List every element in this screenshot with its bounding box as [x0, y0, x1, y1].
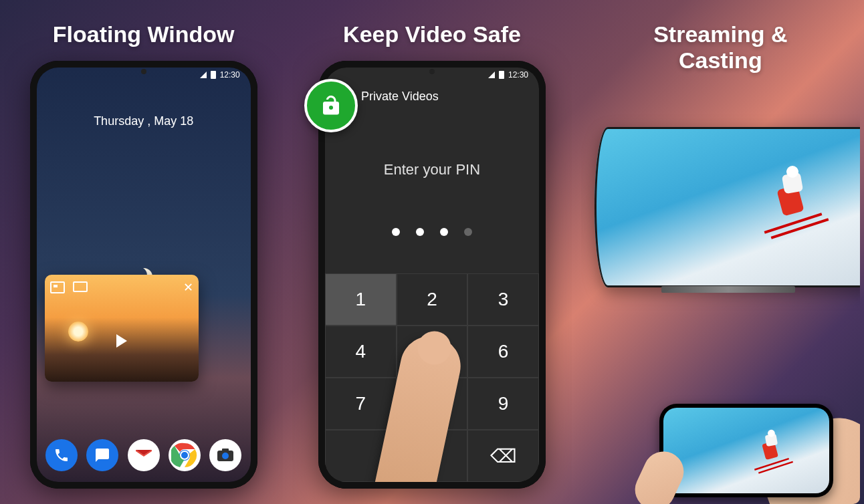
- phone-notch: [141, 69, 146, 74]
- keypad-key-9[interactable]: 9: [467, 378, 539, 430]
- status-bar: 12:30: [200, 70, 240, 80]
- phone-screen: 12:30 ← Private Videos Enter your PIN 1 …: [325, 68, 539, 482]
- fullscreen-icon[interactable]: [73, 281, 88, 292]
- phone-notch: [429, 69, 435, 74]
- panel-keep-video-safe: Keep Video Safe 12:30 ← Private Videos E…: [292, 0, 571, 504]
- keypad-key-backspace[interactable]: ⌫: [467, 430, 539, 482]
- keypad-key-4[interactable]: 4: [325, 326, 397, 378]
- svg-point-6: [222, 453, 229, 459]
- close-icon[interactable]: ✕: [183, 280, 193, 295]
- pin-dots: [325, 228, 539, 236]
- battery-icon: [211, 71, 216, 79]
- floating-window-toolbar: ✕: [50, 280, 193, 295]
- floating-video-window[interactable]: ✕: [45, 275, 199, 382]
- panel-floating-window: Floating Window 12:30 Thursday , May 18 …: [4, 0, 283, 504]
- chrome-app-icon[interactable]: [169, 439, 201, 471]
- cast-phone-screen: [663, 408, 829, 493]
- status-time: 12:30: [508, 70, 528, 80]
- svg-rect-7: [222, 449, 229, 451]
- gmail-app-icon[interactable]: [128, 439, 160, 471]
- signal-icon: [200, 72, 207, 78]
- play-icon[interactable]: [116, 334, 127, 348]
- home-dock: [37, 439, 251, 471]
- keypad-key-6[interactable]: 6: [467, 326, 539, 378]
- keypad-key-7[interactable]: 7: [325, 378, 397, 430]
- messages-app-icon[interactable]: [86, 439, 118, 471]
- tv-stand: [661, 286, 795, 293]
- pin-dot-empty: [464, 228, 472, 236]
- pip-icon[interactable]: [50, 281, 65, 293]
- hand-holding-phone: [653, 370, 860, 504]
- pin-dot-filled: [392, 228, 400, 236]
- pin-dot-filled: [440, 228, 448, 236]
- status-time: 12:30: [220, 70, 240, 80]
- pin-dot-filled: [416, 228, 424, 236]
- tv-graphic: [595, 127, 860, 287]
- private-header-title: Private Videos: [361, 90, 439, 104]
- keypad-key-2[interactable]: 2: [397, 273, 468, 326]
- cast-phone: [659, 404, 833, 497]
- panel-title: Streaming & Casting: [653, 21, 787, 74]
- unlock-badge-icon: [304, 79, 358, 132]
- sunset-graphic: [68, 322, 88, 342]
- status-bar: 12:30: [488, 70, 528, 80]
- keypad-key-1[interactable]: 1: [325, 273, 397, 326]
- signal-icon: [488, 72, 495, 78]
- phone-screen: 12:30 Thursday , May 18 ✕: [37, 68, 251, 482]
- skier-graphic-small: [756, 430, 796, 479]
- panel-title: Keep Video Safe: [343, 21, 521, 47]
- keypad-key-3[interactable]: 3: [467, 273, 539, 326]
- phone-mockup: 12:30 Thursday , May 18 ✕: [30, 61, 257, 489]
- home-date: Thursday , May 18: [37, 114, 251, 128]
- panel-streaming-casting: Streaming & Casting: [581, 0, 860, 504]
- panel-title: Floating Window: [53, 21, 235, 47]
- casting-illustration: [581, 0, 860, 504]
- skier-graphic: [766, 167, 833, 247]
- battery-icon: [499, 71, 504, 79]
- phone-mockup: 12:30 ← Private Videos Enter your PIN 1 …: [318, 61, 546, 489]
- pin-prompt: Enter your PIN: [325, 161, 539, 178]
- camera-app-icon[interactable]: [209, 439, 241, 471]
- phone-app-icon[interactable]: [45, 439, 78, 471]
